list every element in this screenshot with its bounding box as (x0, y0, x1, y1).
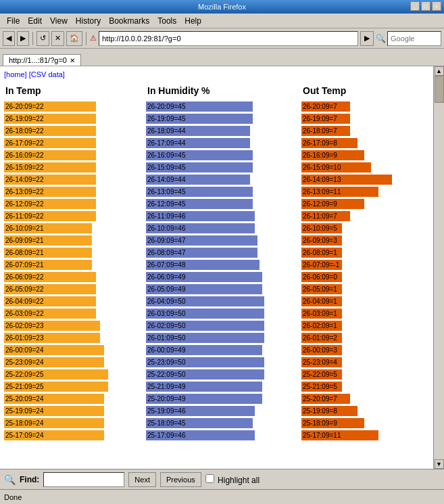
bar-label: 25-22:09=5 (303, 371, 337, 378)
bar-label: 26-20:09=7 (303, 103, 337, 110)
bar-label: 26-00:09=49 (147, 346, 185, 354)
menu-edit[interactable]: Edit (24, 15, 46, 27)
tab-active[interactable]: http://1...:81/?g=0 ✕ (3, 54, 81, 66)
bar-label: 26-01:09=23 (5, 334, 43, 342)
bar-label: 25-22:09=25 (5, 371, 43, 378)
list-item: 26-04:09=22 (4, 296, 139, 307)
title-bar: Mozilla Firefox _ □ × (0, 0, 444, 14)
window-controls[interactable]: _ □ × (410, 1, 441, 11)
page-content: [home] [CSV data] In Temp 26-20:09=22 26… (0, 66, 433, 469)
bar-label: 25-18:09=9 (303, 419, 337, 427)
reload-button[interactable]: ↺ (36, 31, 49, 46)
list-item: 26-00:09=49 (146, 345, 295, 356)
go-button[interactable]: ▶ (360, 31, 374, 46)
list-item: 26-19:09=45 (146, 114, 295, 124)
bar-label: 26-09:09=47 (147, 237, 185, 244)
bar-label: 25-18:09=24 (5, 419, 43, 427)
bar-label: 26-16:09=9 (303, 152, 337, 159)
bar-label: 26-08:09=21 (5, 249, 43, 256)
minimize-button[interactable]: _ (410, 1, 420, 11)
find-input[interactable] (43, 472, 124, 487)
bar-label: 26-16:09=45 (147, 152, 185, 159)
menu-history[interactable]: History (72, 15, 105, 27)
close-button[interactable]: × (432, 1, 441, 11)
list-item: 26-05:09=1 (301, 284, 416, 295)
menu-file[interactable]: File (3, 15, 24, 27)
back-button[interactable]: ◀ (3, 31, 15, 46)
bar-label: 25-20:09=7 (303, 395, 337, 403)
bar-label: 26-11:09=46 (147, 212, 185, 220)
list-item: 26-00:09=3 (301, 345, 416, 356)
list-item: 25-23:09=24 (4, 357, 139, 368)
list-item: 26-09:09=21 (4, 235, 139, 246)
home-link[interactable]: [home] (4, 70, 27, 78)
list-item: 26-03:09=50 (146, 308, 295, 319)
list-item: 26-18:09=44 (146, 126, 295, 137)
list-item: 25-21:09=49 (146, 382, 295, 392)
list-item: 25-23:09=50 (146, 357, 295, 368)
list-item: 25-18:09=45 (146, 418, 295, 429)
highlight-all-label[interactable]: Highlight all (205, 474, 260, 485)
list-item: 26-01:09=2 (301, 333, 416, 344)
list-item: 26-16:09=45 (146, 150, 295, 161)
address-input[interactable] (99, 31, 358, 46)
scroll-thumb[interactable] (435, 76, 444, 103)
menu-tools[interactable]: Tools (153, 15, 180, 27)
home-button[interactable]: 🏠 (66, 31, 82, 46)
menu-bar: File Edit View History Bookmarks Tools H… (0, 14, 444, 28)
bar-label: 26-19:09=22 (5, 115, 43, 122)
tab-bar: http://1...:81/?g=0 ✕ (0, 49, 444, 66)
bar-label: 26-10:09=46 (147, 225, 185, 232)
forward-button[interactable]: ▶ (17, 31, 29, 46)
bar-label: 26-09:09=21 (5, 237, 43, 244)
list-item: 25-19:09=24 (4, 406, 139, 417)
tab-close-button[interactable]: ✕ (70, 57, 75, 64)
window-title: Mozilla Firefox (198, 3, 246, 11)
list-item: 25-20:09=24 (4, 394, 139, 405)
bar-label: 26-19:09=7 (303, 115, 337, 122)
maximize-button[interactable]: □ (421, 1, 430, 11)
bar-label: 26-02:09=1 (303, 322, 337, 329)
list-item: 26-19:09=7 (301, 114, 416, 124)
find-next-button[interactable]: Next (128, 472, 156, 487)
list-item: 26-11:09=7 (301, 211, 416, 222)
find-previous-button[interactable]: Previous (160, 472, 201, 487)
bar-label: 26-18:09=7 (303, 127, 337, 135)
csv-link[interactable]: [CSV data] (29, 70, 65, 78)
scroll-track[interactable] (435, 76, 444, 459)
bar-label: 26-02:09=50 (147, 322, 185, 329)
bar-label: 26-14:09=22 (5, 176, 43, 183)
bar-label: 26-05:09=22 (5, 285, 43, 293)
in-temp-rows: 26-20:09=22 26-19:09=22 26-18:09=22 26-1… (4, 101, 139, 442)
stop-button[interactable]: ✕ (51, 31, 64, 46)
highlight-all-checkbox[interactable] (205, 474, 214, 483)
menu-help[interactable]: Help (180, 15, 205, 27)
scroll-down-button[interactable]: ▼ (435, 459, 444, 469)
bar-label: 26-20:09=22 (5, 103, 43, 110)
list-item: 26-17:09=22 (4, 138, 139, 149)
scroll-up-button[interactable]: ▲ (435, 66, 444, 76)
menu-view[interactable]: View (46, 15, 72, 27)
bar-label: 26-08:09=47 (147, 249, 185, 256)
search-input[interactable] (387, 31, 441, 46)
bar-label: 26-20:09=45 (147, 103, 185, 110)
list-item: 26-09:09=47 (146, 235, 295, 246)
in-temp-header: In Temp (4, 83, 139, 99)
scrollbar[interactable]: ▲ ▼ (433, 66, 444, 469)
out-temp-rows: 26-20:09=7 26-19:09=7 26-18:09=7 26-17:0… (301, 101, 416, 442)
bar-label: 26-10:09=5 (303, 225, 337, 232)
list-item: 26-02:09=1 (301, 321, 416, 331)
menu-bookmarks[interactable]: Bookmarks (105, 15, 153, 27)
find-label: Find: (20, 475, 39, 484)
bar-label: 26-08:09=1 (303, 249, 337, 256)
bar-label: 26-10:09=21 (5, 225, 43, 232)
bar-label: 26-03:09=1 (303, 310, 337, 317)
bar-label: 26-03:09=50 (147, 310, 185, 317)
bar-label: 26-17:09=8 (303, 139, 337, 147)
toolbar: ◀ ▶ ↺ ✕ 🏠 ⚠ ▶ 🔍 (0, 28, 444, 49)
separator (32, 32, 33, 45)
list-item: 26-07:09=-1 (301, 260, 416, 271)
list-item: 26-15:09=45 (146, 162, 295, 173)
list-item: 26-05:09=49 (146, 284, 295, 295)
bar-label: 26-04:09=50 (147, 298, 185, 305)
